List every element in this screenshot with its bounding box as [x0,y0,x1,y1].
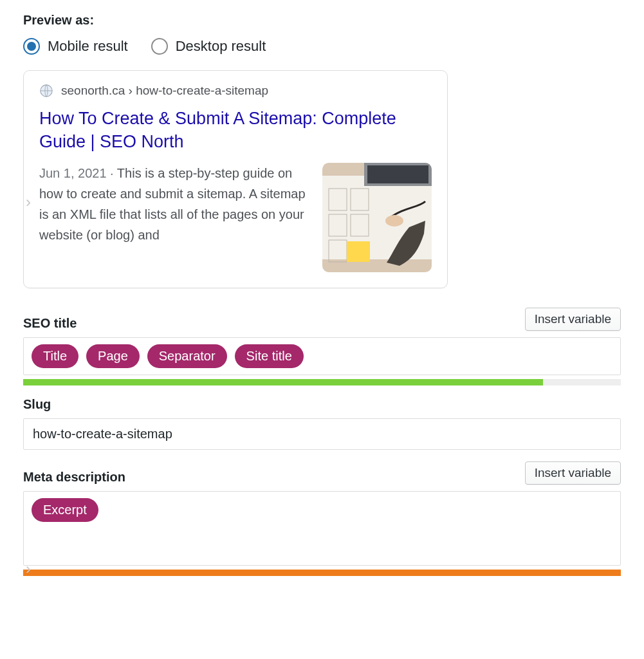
snippet-breadcrumb: seonorth.ca › how-to-create-a-sitemap [61,84,268,98]
slug-label: Slug [23,397,51,412]
snippet-thumbnail [322,163,432,272]
meta-description-input[interactable]: Excerpt [23,491,621,566]
desktop-result-label: Desktop result [176,38,266,55]
meta-description-label: Meta description [23,470,125,485]
mobile-result-label: Mobile result [48,38,128,55]
seo-title-label: SEO title [23,316,77,331]
svg-point-11 [385,215,403,227]
meta-description-progress [23,570,621,576]
mobile-result-radio[interactable]: Mobile result [23,38,128,55]
snippet-preview-card: seonorth.ca › how-to-create-a-sitemap Ho… [23,70,448,288]
seo-title-progress-fill [23,379,543,385]
seo-title-field: SEO title Insert variable Title Page Sep… [23,308,621,385]
globe-icon [39,84,53,98]
token-site-title[interactable]: Site title [235,344,304,368]
snippet-date: Jun 1, 2021 [39,166,107,180]
slug-field: Slug [23,397,621,450]
caret-right-icon: › [26,560,31,578]
seo-title-progress [23,379,621,385]
radio-unselected-icon [151,38,168,55]
radio-selected-icon [23,38,40,55]
insert-variable-button-meta-description[interactable]: Insert variable [525,461,621,485]
slug-input[interactable] [23,418,621,450]
token-title[interactable]: Title [32,344,78,368]
meta-description-field: Meta description Insert variable › Excer… [23,461,621,576]
snippet-description: Jun 1, 2021 · This is a step-by-step gui… [39,163,311,245]
svg-rect-10 [347,241,370,262]
seo-title-input[interactable]: Title Page Separator Site title [23,337,621,375]
snippet-title: How To Create & Submit A Sitemap: Comple… [39,107,432,154]
meta-description-progress-fill [23,570,621,576]
token-excerpt[interactable]: Excerpt [32,498,98,522]
svg-rect-4 [367,165,428,183]
preview-as-label: Preview as: [23,13,621,28]
token-page[interactable]: Page [86,344,140,368]
insert-variable-button-seo-title[interactable]: Insert variable [525,308,621,331]
desktop-result-radio[interactable]: Desktop result [151,38,266,55]
preview-as-radio-group: Mobile result Desktop result [23,38,621,55]
token-separator[interactable]: Separator [147,344,227,368]
caret-right-icon: › [26,193,31,211]
